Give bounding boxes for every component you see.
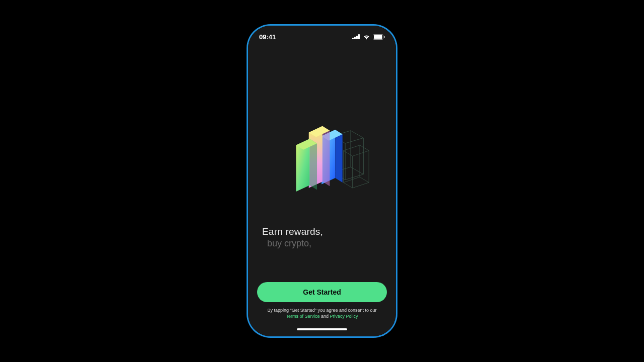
legal-text: By tapping "Get Started" you agree and c… — [263, 307, 380, 319]
hero-illustration — [274, 118, 370, 199]
svg-rect-1 — [354, 37, 356, 39]
status-icons — [352, 34, 385, 40]
status-time: 09:41 — [259, 33, 276, 41]
home-indicator[interactable] — [297, 328, 347, 330]
phone-frame: 09:41 — [247, 24, 397, 338]
headline-group: Earn rewards, buy crypto, — [262, 226, 323, 249]
headline-primary: Earn rewards, — [262, 226, 323, 237]
screen: 09:41 — [248, 26, 396, 336]
svg-rect-5 — [374, 35, 382, 39]
legal-and: and — [319, 314, 330, 319]
status-bar: 09:41 — [248, 26, 396, 48]
headline-secondary: buy crypto, — [267, 238, 323, 249]
wifi-icon — [363, 34, 370, 40]
privacy-policy-link[interactable]: Privacy Policy — [330, 314, 358, 319]
get-started-button[interactable]: Get Started — [257, 282, 387, 302]
stage: 09:41 — [0, 0, 644, 362]
svg-rect-3 — [358, 34, 360, 39]
svg-rect-6 — [384, 36, 385, 38]
svg-rect-0 — [352, 38, 354, 39]
cellular-icon — [352, 34, 360, 39]
legal-prefix: By tapping "Get Started" you agree and c… — [267, 308, 376, 313]
svg-rect-2 — [356, 36, 358, 39]
terms-of-service-link[interactable]: Terms of Service — [286, 314, 319, 319]
battery-icon — [373, 34, 385, 40]
onboarding-content: Earn rewards, buy crypto, Get Started By… — [248, 48, 396, 336]
